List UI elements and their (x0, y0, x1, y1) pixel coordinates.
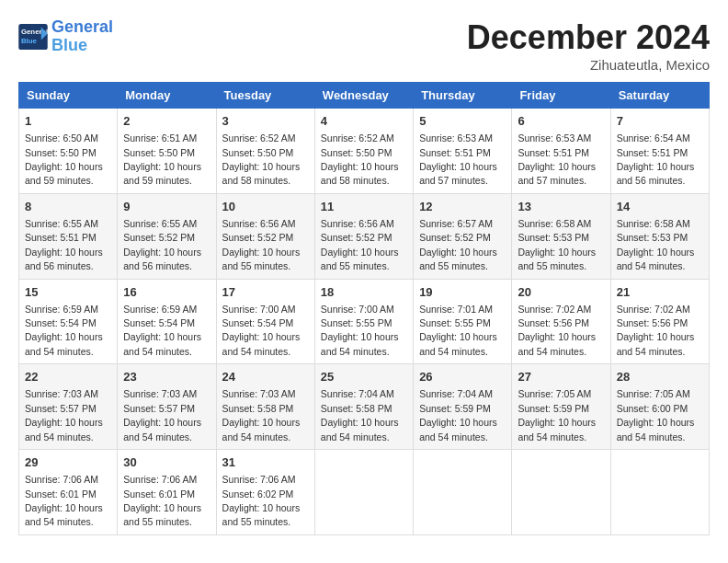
day-number: 19 (419, 284, 506, 301)
weekday-header-tuesday: Tuesday (216, 83, 314, 109)
calendar-cell: 1 Sunrise: 6:50 AMSunset: 5:50 PMDayligh… (19, 109, 118, 194)
calendar-cell: 15 Sunrise: 6:59 AMSunset: 5:54 PMDaylig… (19, 279, 118, 364)
day-number: 6 (518, 113, 604, 130)
day-info: Sunrise: 6:58 AMSunset: 5:53 PMDaylight:… (617, 218, 695, 271)
day-info: Sunrise: 6:53 AMSunset: 5:51 PMDaylight:… (419, 132, 497, 186)
calendar-cell: 22 Sunrise: 7:03 AMSunset: 5:57 PMDaylig… (19, 364, 118, 450)
calendar-cell: 5 Sunrise: 6:53 AMSunset: 5:51 PMDayligh… (414, 109, 512, 194)
day-info: Sunrise: 6:52 AMSunset: 5:50 PMDaylight:… (321, 132, 399, 186)
calendar-cell: 29 Sunrise: 7:06 AMSunset: 6:01 PMDaylig… (19, 450, 118, 535)
calendar-cell: 25 Sunrise: 7:04 AMSunset: 5:58 PMDaylig… (314, 364, 413, 450)
day-number: 18 (321, 284, 407, 301)
day-number: 8 (25, 199, 111, 215)
calendar-week-3: 15 Sunrise: 6:59 AMSunset: 5:54 PMDaylig… (19, 279, 710, 364)
calendar-week-5: 29 Sunrise: 7:06 AMSunset: 6:01 PMDaylig… (19, 450, 710, 535)
day-number: 24 (222, 369, 309, 385)
calendar-cell: 28 Sunrise: 7:05 AMSunset: 6:00 PMDaylig… (610, 364, 709, 450)
calendar-cell: 19 Sunrise: 7:01 AMSunset: 5:55 PMDaylig… (414, 279, 512, 364)
day-info: Sunrise: 7:03 AMSunset: 5:57 PMDaylight:… (123, 388, 201, 442)
day-number: 17 (222, 284, 309, 301)
calendar-cell: 12 Sunrise: 6:57 AMSunset: 5:52 PMDaylig… (414, 193, 512, 279)
day-info: Sunrise: 6:55 AMSunset: 5:51 PMDaylight:… (25, 218, 103, 271)
calendar-cell: 17 Sunrise: 7:00 AMSunset: 5:54 PMDaylig… (216, 279, 314, 364)
day-info: Sunrise: 7:02 AMSunset: 5:56 PMDaylight:… (617, 304, 695, 357)
day-info: Sunrise: 6:54 AMSunset: 5:51 PMDaylight:… (617, 132, 695, 186)
day-number: 10 (222, 199, 309, 215)
day-number: 29 (25, 454, 111, 471)
calendar-cell: 7 Sunrise: 6:54 AMSunset: 5:51 PMDayligh… (610, 109, 709, 194)
calendar-cell: 2 Sunrise: 6:51 AMSunset: 5:50 PMDayligh… (118, 109, 216, 194)
logo-text: GeneralBlue (51, 18, 113, 55)
day-number: 22 (25, 369, 111, 385)
day-info: Sunrise: 6:53 AMSunset: 5:51 PMDaylight:… (518, 132, 596, 186)
day-info: Sunrise: 6:51 AMSunset: 5:50 PMDaylight:… (123, 132, 201, 186)
day-info: Sunrise: 7:06 AMSunset: 6:01 PMDaylight:… (123, 474, 201, 527)
calendar-cell: 23 Sunrise: 7:03 AMSunset: 5:57 PMDaylig… (118, 364, 216, 450)
day-number: 2 (123, 113, 210, 130)
day-number: 26 (419, 369, 506, 385)
day-info: Sunrise: 7:05 AMSunset: 5:59 PMDaylight:… (518, 388, 596, 442)
page-header: General Blue GeneralBlue December 2024 Z… (18, 18, 710, 73)
calendar-cell: 3 Sunrise: 6:52 AMSunset: 5:50 PMDayligh… (216, 109, 314, 194)
day-info: Sunrise: 7:03 AMSunset: 5:58 PMDaylight:… (222, 388, 301, 442)
calendar-cell (314, 450, 413, 535)
calendar-cell: 31 Sunrise: 7:06 AMSunset: 6:02 PMDaylig… (216, 450, 314, 535)
day-number: 4 (321, 113, 407, 130)
calendar-cell: 11 Sunrise: 6:56 AMSunset: 5:52 PMDaylig… (314, 193, 413, 279)
day-number: 15 (25, 284, 111, 301)
calendar-header-row: SundayMondayTuesdayWednesdayThursdayFrid… (19, 83, 710, 109)
day-info: Sunrise: 7:04 AMSunset: 5:58 PMDaylight:… (321, 388, 399, 442)
weekday-header-sunday: Sunday (19, 83, 118, 109)
day-info: Sunrise: 6:57 AMSunset: 5:52 PMDaylight:… (419, 218, 497, 271)
day-number: 28 (617, 369, 703, 385)
title-area: December 2024 Zihuateutla, Mexico (467, 18, 710, 73)
day-info: Sunrise: 6:55 AMSunset: 5:52 PMDaylight:… (123, 218, 201, 271)
calendar-cell: 8 Sunrise: 6:55 AMSunset: 5:51 PMDayligh… (19, 193, 118, 279)
day-info: Sunrise: 6:59 AMSunset: 5:54 PMDaylight:… (123, 304, 201, 357)
day-info: Sunrise: 6:52 AMSunset: 5:50 PMDaylight:… (222, 132, 301, 186)
day-number: 3 (222, 113, 309, 130)
day-number: 11 (321, 199, 407, 215)
day-info: Sunrise: 7:03 AMSunset: 5:57 PMDaylight:… (25, 388, 103, 442)
calendar-cell: 27 Sunrise: 7:05 AMSunset: 5:59 PMDaylig… (512, 364, 610, 450)
weekday-header-wednesday: Wednesday (314, 83, 413, 109)
logo-icon: General Blue (18, 24, 48, 50)
month-title: December 2024 (467, 18, 710, 57)
calendar-cell: 16 Sunrise: 6:59 AMSunset: 5:54 PMDaylig… (118, 279, 216, 364)
calendar-cell: 4 Sunrise: 6:52 AMSunset: 5:50 PMDayligh… (314, 109, 413, 194)
day-number: 21 (617, 284, 703, 301)
calendar-table: SundayMondayTuesdayWednesdayThursdayFrid… (18, 82, 710, 535)
calendar-cell: 13 Sunrise: 6:58 AMSunset: 5:53 PMDaylig… (512, 193, 610, 279)
day-info: Sunrise: 7:00 AMSunset: 5:55 PMDaylight:… (321, 304, 399, 357)
day-info: Sunrise: 7:01 AMSunset: 5:55 PMDaylight:… (419, 304, 497, 357)
day-number: 7 (617, 113, 703, 130)
svg-text:Blue: Blue (21, 37, 38, 45)
day-number: 1 (25, 113, 111, 130)
calendar-cell: 10 Sunrise: 6:56 AMSunset: 5:52 PMDaylig… (216, 193, 314, 279)
calendar-cell: 18 Sunrise: 7:00 AMSunset: 5:55 PMDaylig… (314, 279, 413, 364)
day-info: Sunrise: 6:50 AMSunset: 5:50 PMDaylight:… (25, 132, 103, 186)
weekday-header-saturday: Saturday (610, 83, 709, 109)
day-number: 30 (123, 454, 210, 471)
day-info: Sunrise: 6:59 AMSunset: 5:54 PMDaylight:… (25, 304, 103, 357)
day-number: 31 (222, 454, 309, 471)
day-number: 5 (419, 113, 506, 130)
weekday-header-friday: Friday (512, 83, 610, 109)
day-info: Sunrise: 6:58 AMSunset: 5:53 PMDaylight:… (518, 218, 596, 271)
calendar-cell: 6 Sunrise: 6:53 AMSunset: 5:51 PMDayligh… (512, 109, 610, 194)
day-number: 23 (123, 369, 210, 385)
calendar-cell: 24 Sunrise: 7:03 AMSunset: 5:58 PMDaylig… (216, 364, 314, 450)
day-number: 16 (123, 284, 210, 301)
day-info: Sunrise: 7:04 AMSunset: 5:59 PMDaylight:… (419, 388, 497, 442)
day-number: 25 (321, 369, 407, 385)
calendar-week-4: 22 Sunrise: 7:03 AMSunset: 5:57 PMDaylig… (19, 364, 710, 450)
logo: General Blue GeneralBlue (18, 18, 113, 55)
day-info: Sunrise: 7:06 AMSunset: 6:02 PMDaylight:… (222, 474, 301, 527)
day-info: Sunrise: 7:05 AMSunset: 6:00 PMDaylight:… (617, 388, 695, 442)
calendar-cell (414, 450, 512, 535)
weekday-header-thursday: Thursday (414, 83, 512, 109)
calendar-cell: 30 Sunrise: 7:06 AMSunset: 6:01 PMDaylig… (118, 450, 216, 535)
calendar-week-1: 1 Sunrise: 6:50 AMSunset: 5:50 PMDayligh… (19, 109, 710, 194)
calendar-cell: 26 Sunrise: 7:04 AMSunset: 5:59 PMDaylig… (414, 364, 512, 450)
calendar-cell: 9 Sunrise: 6:55 AMSunset: 5:52 PMDayligh… (118, 193, 216, 279)
